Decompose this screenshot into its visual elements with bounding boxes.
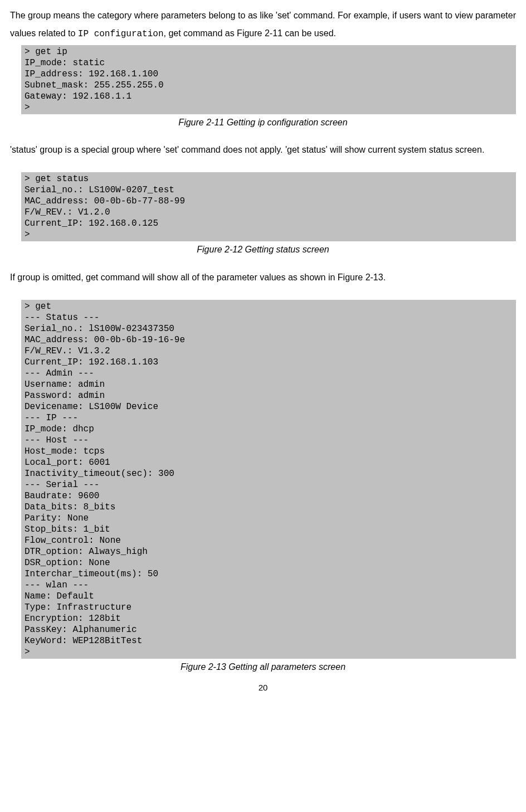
paragraph-intro: The group means the category where param… xyxy=(10,7,516,43)
para1-part-b: , get command as Figure 2-11 can be used… xyxy=(163,28,336,38)
page-number: 20 xyxy=(10,683,516,692)
paragraph-status: 'status' group is a special group where … xyxy=(10,141,516,159)
para1-mono: IP configuration xyxy=(78,29,164,39)
figure-caption-2-11: Figure 2-11 Getting ip configuration scr… xyxy=(10,116,516,129)
paragraph-omitted: If group is omitted, get command will sh… xyxy=(10,269,516,286)
code-block-get-ip: > get ip IP_mode: static IP_address: 192… xyxy=(21,45,516,114)
figure-caption-2-12: Figure 2-12 Getting status screen xyxy=(10,244,516,256)
code-block-get-status: > get status Serial_no.: LS100W-0207_tes… xyxy=(21,172,516,241)
code-block-get-all: > get --- Status --- Serial_no.: lS100W-… xyxy=(21,300,516,659)
figure-caption-2-13: Figure 2-13 Getting all parameters scree… xyxy=(10,661,516,673)
